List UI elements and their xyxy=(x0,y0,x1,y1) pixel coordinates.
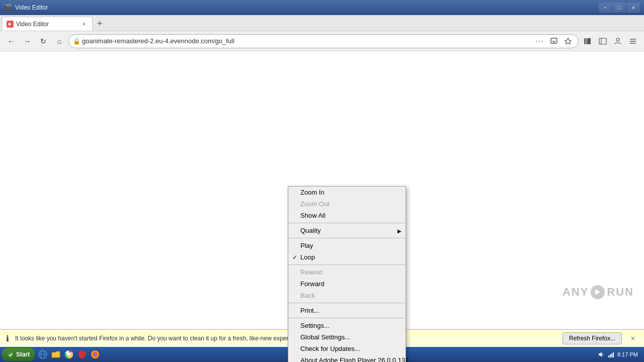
menu-separator-5 xyxy=(288,318,406,318)
taskbar-icon-chrome[interactable] xyxy=(63,348,75,360)
menu-item-show-all[interactable]: Show All xyxy=(288,210,406,221)
url-options-button[interactable]: ··· xyxy=(534,35,546,47)
active-tab[interactable]: ▶ Video Editor × xyxy=(2,17,93,31)
svg-marker-11 xyxy=(596,290,600,295)
svg-rect-3 xyxy=(586,38,587,44)
watermark-text-any: ANY xyxy=(562,286,589,299)
tab-bar: ▶ Video Editor × + xyxy=(0,15,644,31)
menu-item-play[interactable]: Play xyxy=(288,240,406,251)
menu-item-forward[interactable]: Forward xyxy=(288,278,406,290)
notification-text: It looks like you haven't started Firefo… xyxy=(15,335,556,342)
menu-item-check-updates[interactable]: Check for Updates... xyxy=(288,343,406,354)
close-button[interactable]: × xyxy=(627,3,640,13)
taskbar-icon-ie[interactable] xyxy=(37,348,49,360)
nav-right-buttons xyxy=(581,34,640,48)
svg-point-19 xyxy=(67,353,70,356)
menu-item-rewind: Rewind xyxy=(288,266,406,278)
svg-rect-27 xyxy=(613,352,614,357)
maximize-button[interactable]: □ xyxy=(613,3,626,13)
url-text: goanimate-remastered-2.eu-4.evennode.com… xyxy=(82,37,532,45)
tab-favicon: ▶ xyxy=(7,21,14,28)
taskbar-items xyxy=(35,348,103,360)
tray-speaker-icon[interactable] xyxy=(597,350,605,358)
clock-time: 8:17 PM xyxy=(617,351,638,358)
menu-button[interactable] xyxy=(626,34,640,48)
svg-rect-26 xyxy=(611,353,612,357)
menu-item-zoom-in[interactable]: Zoom In xyxy=(288,187,406,198)
svg-marker-1 xyxy=(565,38,571,44)
title-bar-title: Video Editor xyxy=(15,4,596,11)
clock: 8:17 PM xyxy=(617,351,638,358)
tab-close-button[interactable]: × xyxy=(80,20,88,28)
taskbar-icon-firefox[interactable] xyxy=(89,348,101,360)
menu-item-global-settings[interactable]: Global Settings... xyxy=(288,331,406,343)
new-tab-button[interactable]: + xyxy=(93,17,107,31)
svg-point-7 xyxy=(616,38,619,41)
menu-item-loop[interactable]: Loop xyxy=(288,251,406,263)
title-bar: 🎬 Video Editor − □ × xyxy=(0,0,644,15)
start-button[interactable]: Start xyxy=(2,348,35,361)
notification-close-button[interactable]: × xyxy=(628,333,638,343)
menu-separator-4 xyxy=(288,303,406,303)
refresh-firefox-button[interactable]: Refresh Firefox... xyxy=(562,332,622,344)
library-button[interactable] xyxy=(581,34,595,48)
menu-separator-2 xyxy=(288,238,406,238)
menu-item-print[interactable]: Print... xyxy=(288,305,406,316)
star-button[interactable] xyxy=(562,35,574,47)
menu-item-zoom-out: Zoom Out xyxy=(288,198,406,210)
svg-point-13 xyxy=(8,351,14,357)
menu-item-back: Back xyxy=(288,290,406,301)
svg-rect-12 xyxy=(595,290,596,295)
pocket-button[interactable] xyxy=(548,35,560,47)
account-button[interactable] xyxy=(611,34,625,48)
tab-title: Video Editor xyxy=(16,21,77,28)
lock-icon: 🔒 xyxy=(73,38,80,45)
minimize-button[interactable]: − xyxy=(599,3,612,13)
system-tray: 8:17 PM xyxy=(593,350,642,358)
menu-separator-1 xyxy=(288,223,406,223)
watermark: ANY RUN xyxy=(562,285,634,299)
nav-bar: ← → ↻ ⌂ 🔒 goanimate-remastered-2.eu-4.ev… xyxy=(0,31,644,51)
menu-item-quality[interactable]: Quality xyxy=(288,225,406,236)
sidebar-button[interactable] xyxy=(596,34,610,48)
svg-point-22 xyxy=(94,353,97,356)
svg-rect-4 xyxy=(587,38,591,44)
title-bar-controls: − □ × xyxy=(599,3,640,13)
refresh-button[interactable]: ↻ xyxy=(36,34,50,48)
tray-network-icon[interactable] xyxy=(607,350,615,358)
back-button[interactable]: ← xyxy=(4,34,18,48)
main-content: Zoom In Zoom Out Show All Quality Play L… xyxy=(0,51,644,329)
menu-item-settings[interactable]: Settings... xyxy=(288,320,406,331)
context-menu: Zoom In Zoom Out Show All Quality Play L… xyxy=(288,186,406,362)
title-bar-favicon: 🎬 xyxy=(4,4,12,12)
taskbar-icon-folder[interactable] xyxy=(50,348,62,360)
url-bar[interactable]: 🔒 goanimate-remastered-2.eu-4.evennode.c… xyxy=(68,34,579,48)
svg-marker-23 xyxy=(599,352,602,357)
taskbar-icon-shield[interactable] xyxy=(76,348,88,360)
svg-rect-5 xyxy=(599,38,606,44)
svg-rect-2 xyxy=(584,38,585,44)
menu-item-about[interactable]: About Adobe Flash Player 26.0.0.131... xyxy=(288,354,406,362)
home-button[interactable]: ⌂ xyxy=(52,34,66,48)
watermark-icon xyxy=(591,285,605,299)
svg-rect-25 xyxy=(610,354,611,357)
svg-rect-24 xyxy=(608,355,609,357)
notification-icon: ℹ xyxy=(6,334,9,343)
watermark-text-run: RUN xyxy=(607,286,634,299)
menu-separator-3 xyxy=(288,264,406,265)
forward-button[interactable]: → xyxy=(20,34,34,48)
